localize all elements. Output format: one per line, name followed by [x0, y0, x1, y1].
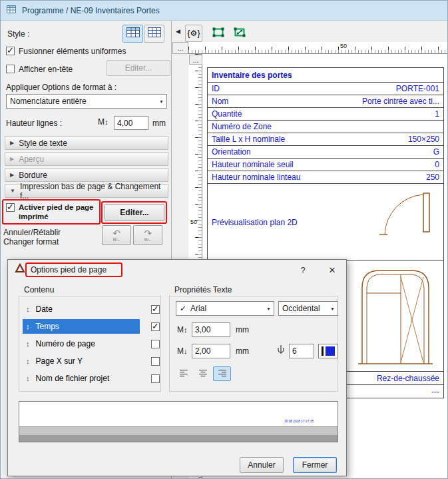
- row-label: ID: [212, 84, 220, 93]
- align-right-icon: [218, 368, 227, 380]
- footer-item-project-filename[interactable]: ↕Nom de fichier projet: [23, 370, 160, 386]
- collapse-panel-icon[interactable]: ◀: [176, 28, 180, 35]
- reorder-handle-icon[interactable]: ↕: [26, 340, 30, 348]
- table-row[interactable]: Nom Porte cintrée avec ti...: [208, 95, 443, 108]
- format-scope-select[interactable]: Nomenclature entière ▼: [6, 94, 167, 109]
- line-spacing-unit: mm: [236, 346, 249, 356]
- grid-view-icon: [126, 27, 140, 40]
- checkbox[interactable]: [151, 322, 160, 331]
- vruler-options-button[interactable]: ...: [189, 55, 202, 65]
- scheme-settings-button[interactable]: {⚙}: [185, 25, 202, 42]
- align-center-button[interactable]: [194, 366, 212, 381]
- table-row[interactable]: Hauteur nominale linteau 250: [208, 171, 443, 184]
- style-table-view-button[interactable]: [144, 25, 164, 43]
- merge-uniform-items-checkbox[interactable]: Fusionner éléments uniformes: [6, 47, 126, 56]
- checkbox[interactable]: [151, 305, 160, 314]
- table-row[interactable]: Hauteur nominale seuil 0: [208, 159, 443, 171]
- close-button[interactable]: Fermer: [293, 457, 337, 473]
- font-size-input[interactable]: [192, 322, 230, 337]
- pen-weight-bar: [322, 346, 324, 356]
- close-icon[interactable]: ✕: [321, 260, 343, 280]
- show-header-checkbox[interactable]: Afficher en-tête: [6, 65, 73, 74]
- item-label: Nom de fichier projet: [36, 374, 110, 383]
- footer-item-page-x-of-y[interactable]: ↕Page X sur Y: [23, 353, 160, 369]
- checkbox[interactable]: [151, 340, 160, 348]
- table-row[interactable]: Taille L x H nominale 150×250: [208, 133, 443, 146]
- row-label: Hauteur nominale seuil: [212, 160, 294, 169]
- font-family-select[interactable]: ✓ Arial ▼: [176, 301, 274, 316]
- marquee-select-button[interactable]: [210, 25, 226, 41]
- footer-edit-button[interactable]: Editer...: [105, 204, 164, 221]
- item-label: Date: [36, 304, 53, 314]
- preview-footer-text: 16.08.2018 17:27:35: [284, 420, 314, 423]
- schedule-title[interactable]: Inventaire des portes: [208, 68, 443, 83]
- undo-format-button[interactable]: ↶ B/–: [102, 225, 131, 245]
- row-height-label: Hauteur lignes :: [6, 119, 62, 128]
- reorder-handle-icon[interactable]: ↕: [26, 374, 30, 382]
- gear-icon: {⚙}: [188, 29, 200, 38]
- ruler-options-button[interactable]: ...: [172, 42, 188, 54]
- cancel-button[interactable]: Annuler: [240, 457, 284, 473]
- style-grid-view-button[interactable]: [122, 25, 143, 43]
- plan-preview-row[interactable]: Prévisualisation plan 2D: [208, 184, 443, 261]
- line-spacing-input[interactable]: [192, 344, 230, 358]
- preview-margin-band: [19, 427, 337, 435]
- reorder-handle-icon[interactable]: ↕: [26, 322, 30, 330]
- marquee-stretch-icon: [232, 24, 248, 43]
- enable-printed-footer-checkbox[interactable]: Activer pied de page imprimé: [6, 203, 94, 221]
- table-view-icon: [148, 27, 161, 40]
- header-edit-button[interactable]: Editer...: [107, 60, 170, 76]
- app-logo-icon: [15, 263, 25, 276]
- reorder-handle-icon[interactable]: ↕: [26, 357, 30, 365]
- checkbox[interactable]: [151, 374, 160, 383]
- panel-titlebar[interactable]: Programme / NE-09 Inventaires Portes: [1, 1, 448, 21]
- section-label: Impression bas de page & Changement f...: [20, 182, 168, 201]
- horizontal-ruler[interactable]: 50: [188, 42, 448, 54]
- view-toolbar: ◀ {⚙}: [172, 21, 448, 42]
- table-row[interactable]: Numéro de Zone: [208, 121, 443, 133]
- section-preview[interactable]: Aperçu: [5, 152, 168, 166]
- row-label: Nom: [212, 97, 228, 106]
- table-row[interactable]: Quantité 1: [208, 108, 443, 121]
- row-value: 1: [435, 109, 439, 119]
- text-height-icon: M↕: [177, 325, 188, 334]
- show-header-label: Afficher en-tête: [19, 65, 73, 74]
- table-row[interactable]: Orientation G: [208, 146, 443, 159]
- footer-item-date[interactable]: ↕Date: [23, 301, 160, 317]
- item-label: Numéro de page: [36, 339, 95, 348]
- apply-format-label: Appliquer Options de format à :: [6, 83, 116, 92]
- reorder-handle-icon[interactable]: ↕: [26, 305, 30, 313]
- row-value: Porte cintrée avec ti...: [362, 97, 439, 106]
- section-text-style[interactable]: Style de texte: [5, 136, 168, 150]
- section-footer-pagebreak[interactable]: Impression bas de page & Changement f...: [5, 184, 168, 198]
- marquee-stretch-button[interactable]: [232, 25, 248, 41]
- checkbox[interactable]: [151, 357, 160, 366]
- pen-color-swatch[interactable]: [318, 344, 338, 358]
- pen-number-input[interactable]: [289, 344, 314, 358]
- row-value: 0: [435, 160, 439, 169]
- align-right-button[interactable]: [213, 366, 231, 381]
- checkbox[interactable]: [6, 203, 15, 212]
- row-height-input[interactable]: [114, 116, 148, 130]
- line-spacing-icon: M↓: [177, 346, 188, 356]
- footer-item-time[interactable]: ↕Temps: [23, 318, 160, 334]
- help-button[interactable]: ?: [292, 260, 314, 280]
- checkbox[interactable]: [6, 65, 15, 73]
- table-row[interactable]: ID PORTE-001: [208, 83, 443, 95]
- font-valid-check-icon: ✓: [180, 304, 186, 313]
- align-left-button[interactable]: [174, 366, 192, 381]
- pen-icon: [277, 344, 285, 358]
- font-family-value: Arial: [190, 304, 206, 313]
- checkbox[interactable]: [6, 47, 15, 55]
- content-group-label: Contenu: [24, 285, 54, 294]
- item-label: Page X sur Y: [36, 356, 83, 366]
- style-label: Style :: [7, 29, 29, 39]
- redo-format-button[interactable]: ↷ B/–: [133, 225, 162, 245]
- merge-uniform-items-label: Fusionner éléments uniformes: [19, 47, 126, 56]
- footer-item-page-number[interactable]: ↕Numéro de page: [23, 336, 160, 352]
- pen-color-blue: [326, 346, 335, 356]
- section-border[interactable]: Bordure: [5, 168, 168, 182]
- font-script-select[interactable]: Occidental ▼: [278, 301, 338, 316]
- change-format-label: Changer format: [3, 237, 59, 246]
- undo-icon: ↶: [112, 229, 120, 237]
